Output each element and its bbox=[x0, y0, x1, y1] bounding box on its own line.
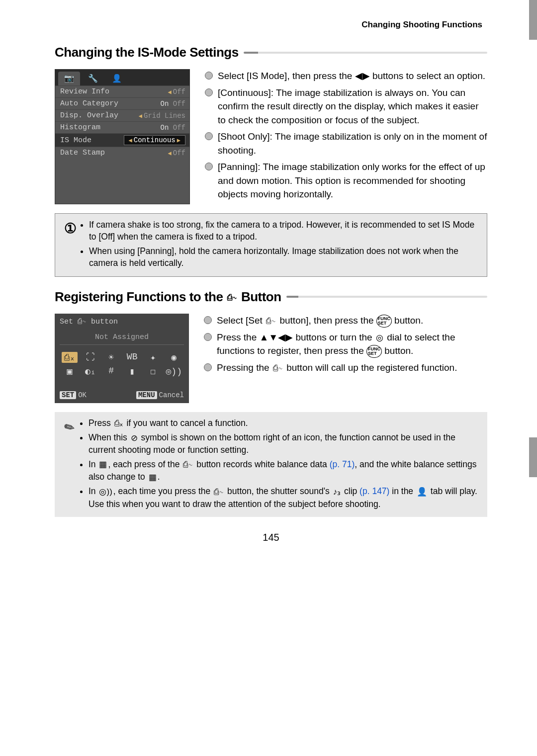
bullet-text: Select [Set ⎙∿ button], then press the F… bbox=[217, 314, 423, 328]
bullet-text: [Continuous]: The image stabilization is… bbox=[218, 86, 487, 127]
print-s-icon: ⎙∿ bbox=[182, 459, 194, 471]
func-set-icon: FUNCSET bbox=[366, 345, 382, 358]
caution-icon: ① bbox=[60, 219, 80, 271]
note-item: In ▦, each press of the ⎙∿ button record… bbox=[89, 458, 480, 484]
bullet-dot bbox=[204, 363, 212, 371]
bullet-dot bbox=[205, 132, 213, 140]
page-link-71[interactable]: (p. 71) bbox=[330, 459, 355, 469]
page-header: Changing Shooting Functions bbox=[55, 20, 487, 30]
screen-subtitle: Not Assigned bbox=[60, 333, 184, 345]
menu-row-is-mode: IS Mode ◀Continuous▶ bbox=[55, 133, 189, 147]
tab-camera-icon: 📷 bbox=[58, 72, 80, 85]
page-link-147[interactable]: (p. 147) bbox=[359, 486, 389, 496]
section1-header: Changing the IS-Mode Settings bbox=[55, 45, 487, 60]
print-s-icon: ⎙∿ bbox=[272, 362, 284, 375]
note-item: In ◎)), each time you press the ⎙∿ butto… bbox=[89, 485, 480, 510]
set-button-label: SET bbox=[60, 391, 76, 399]
bullet-dot bbox=[204, 316, 212, 324]
tab-wrench-icon: 🔧 bbox=[82, 72, 104, 85]
set-button-screenshot: Set ⎙∿ button Not Assigned ⎙ₓ⛶☀WB✦◉ ▣◐ᵢ#… bbox=[55, 314, 189, 403]
menu-row-review-info: Review Info ◀Off bbox=[55, 85, 189, 97]
section2-bullets: Select [Set ⎙∿ button], then press the F… bbox=[204, 314, 487, 403]
bullet-text: Press the ▲▼◀▶ buttons or turn the ◎ dia… bbox=[217, 331, 487, 358]
print-s-icon: ⎙∿ bbox=[226, 293, 238, 303]
pencil-icon: ✎ bbox=[60, 417, 80, 512]
print-x-icon: ⎙ₓ bbox=[113, 418, 124, 429]
note-item: When using [Panning], hold the camera ho… bbox=[89, 245, 480, 269]
tip-note: ✎ Press ⎙ₓ if you want to cancel a funct… bbox=[55, 412, 487, 517]
page-number: 145 bbox=[55, 532, 487, 543]
tab-person-icon: 👤 bbox=[106, 72, 128, 85]
side-tab-mid bbox=[529, 437, 537, 477]
divider bbox=[286, 296, 487, 298]
note-item: If camera shake is too strong, fix the c… bbox=[89, 219, 480, 243]
person-tab-icon: 👤 bbox=[416, 486, 428, 498]
print-s-icon: ⎙∿ bbox=[213, 486, 225, 498]
section2-header: Registering Functions to the ⎙∿ Button bbox=[55, 289, 487, 305]
print-s-icon: ⎙∿ bbox=[265, 315, 277, 328]
no-circle-icon: ⊘ bbox=[130, 432, 139, 444]
wb-icon: ▦ bbox=[148, 472, 158, 484]
bullet-dot bbox=[205, 163, 213, 170]
menu-row-histogram: Histogram On Off bbox=[55, 121, 189, 133]
bullet-text: Select [IS Mode], then press the ◀▶ butt… bbox=[218, 69, 485, 83]
divider bbox=[244, 52, 487, 54]
menu-row-auto-category: Auto Category On Off bbox=[55, 97, 189, 109]
bullet-text: [Panning]: The image stabilization only … bbox=[218, 160, 487, 201]
note-item: When this ⊘ symbol is shown on the botto… bbox=[89, 431, 480, 456]
function-icon-grid: ⎙ₓ⛶☀WB✦◉ ▣◐ᵢ#▮☐◎)) bbox=[60, 349, 184, 380]
camera-menu-screenshot: 📷 🔧 👤 Review Info ◀Off Auto Category On … bbox=[55, 69, 190, 204]
menu-row-date-stamp: Date Stamp ◀Off bbox=[55, 147, 189, 159]
caution-note: ① If camera shake is too strong, fix the… bbox=[55, 213, 487, 277]
menu-button-label: MENU bbox=[136, 391, 157, 399]
bullet-text: [Shoot Only]: The image stabilization is… bbox=[218, 130, 487, 157]
dial-icon: ◎ bbox=[375, 332, 384, 344]
bullet-dot bbox=[205, 88, 213, 96]
section1-bullets: Select [IS Mode], then press the ◀▶ butt… bbox=[205, 69, 487, 204]
side-tab-top bbox=[529, 0, 537, 40]
bullet-text: Pressing the ⎙∿ button will call up the … bbox=[217, 361, 457, 375]
screen-title: Set ⎙∿ button bbox=[60, 318, 184, 326]
func-set-icon: FUNCSET bbox=[376, 315, 392, 328]
section2-title: Registering Functions to the ⎙∿ Button bbox=[55, 289, 286, 305]
note-item: Press ⎙ₓ if you want to cancel a functio… bbox=[89, 417, 480, 429]
clip3-icon: ♪₃ bbox=[332, 486, 342, 498]
menu-row-disp-overlay: Disp. Overlay ◀Grid Lines bbox=[55, 109, 189, 121]
sound-icon: ◎)) bbox=[98, 486, 113, 498]
bullet-dot bbox=[204, 333, 212, 341]
wb-icon: ▦ bbox=[98, 459, 108, 471]
section1-title: Changing the IS-Mode Settings bbox=[55, 45, 244, 60]
bullet-dot bbox=[205, 72, 213, 80]
